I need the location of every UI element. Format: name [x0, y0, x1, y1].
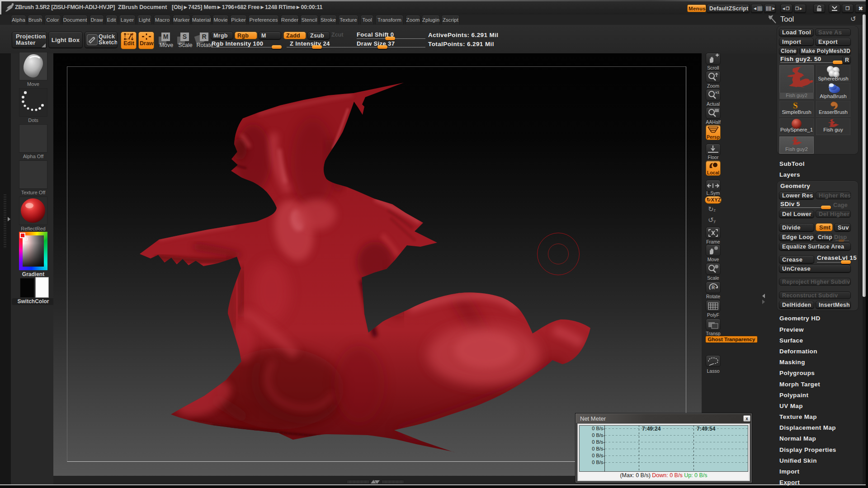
- svg-text:S: S: [793, 101, 798, 110]
- svg-text:x1: x1: [715, 90, 719, 94]
- svg-text:R: R: [712, 285, 715, 290]
